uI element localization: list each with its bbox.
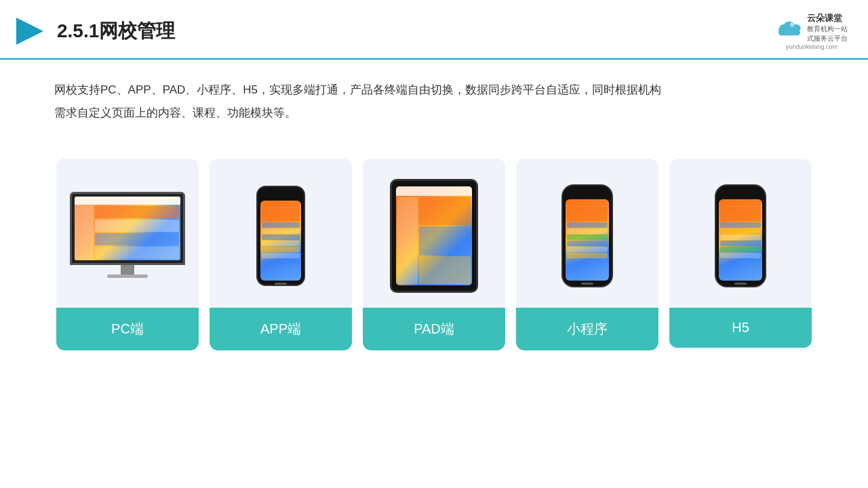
card-pad-image [363, 159, 505, 308]
card-miniprogram-label: 小程序 [516, 308, 658, 350]
card-h5: H5 [669, 159, 812, 350]
logo-cloud: 云朵课堂 教育机构一站式服务云平台 [776, 12, 848, 43]
app-mockup [256, 186, 305, 286]
svg-marker-0 [16, 18, 43, 45]
miniprogram-mockup [561, 184, 613, 287]
card-pad-label: PAD端 [363, 308, 505, 350]
card-miniprogram-image [516, 159, 658, 308]
page-title: 2.5.1网校管理 [57, 18, 175, 44]
pad-mockup [390, 179, 478, 293]
description-text: 网校支持PC、APP、PAD、小程序、H5，实现多端打通，产品各终端自由切换，数… [54, 83, 661, 119]
cards-container: PC端 [0, 138, 868, 364]
card-pc-image [56, 159, 199, 308]
play-icon [14, 15, 46, 47]
card-pc-label: PC端 [56, 308, 199, 350]
logo-url: yunduoketang.com [786, 43, 837, 50]
card-pc: PC端 [56, 159, 199, 350]
svg-point-7 [790, 22, 795, 27]
card-app-image [210, 159, 352, 308]
cloud-icon [776, 18, 803, 37]
svg-rect-6 [778, 30, 800, 35]
logo-name: 云朵课堂 [807, 12, 848, 24]
card-miniprogram: 小程序 [516, 159, 658, 350]
header-left: 2.5.1网校管理 [14, 15, 175, 47]
logo-tagline: 教育机构一站式服务云平台 [807, 24, 848, 43]
h5-mockup [715, 184, 766, 287]
card-h5-label: H5 [669, 308, 812, 348]
pc-mockup [70, 192, 185, 280]
logo-area: 云朵课堂 教育机构一站式服务云平台 yunduoketang.com [776, 12, 848, 50]
logo-text-group: 云朵课堂 教育机构一站式服务云平台 [807, 12, 848, 43]
header: 2.5.1网校管理 云朵课堂 教育机构一站式服务云平台 yunduoketang… [0, 0, 868, 60]
description: 网校支持PC、APP、PAD、小程序、H5，实现多端打通，产品各终端自由切换，数… [0, 60, 868, 131]
card-pad: PAD端 [363, 159, 505, 350]
card-app-label: APP端 [210, 308, 352, 350]
card-app: APP端 [210, 159, 352, 350]
card-h5-image [669, 159, 812, 308]
